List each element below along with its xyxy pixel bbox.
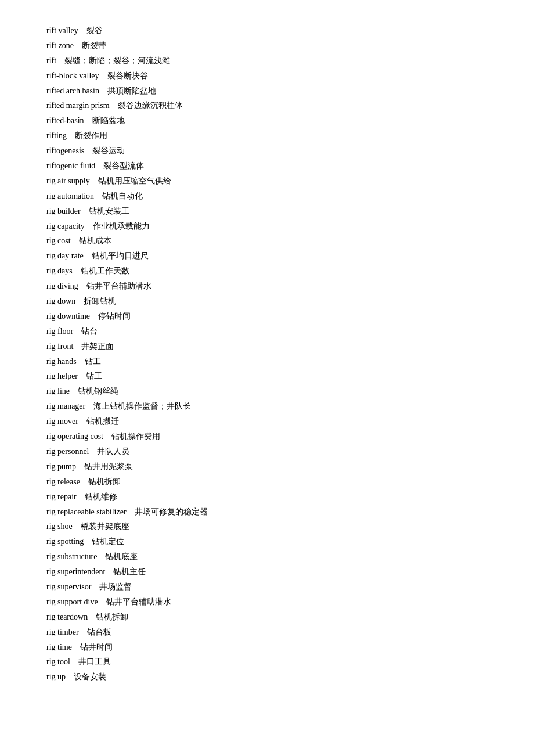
dictionary-content: rift valley 裂谷rift zone 断裂带rift 裂缝；断陷；裂谷… bbox=[46, 23, 488, 685]
list-item: rig supervisor 井场监督 bbox=[46, 579, 488, 595]
list-item: rig automation 钻机自动化 bbox=[46, 189, 488, 204]
list-item: rig personnel 井队人员 bbox=[46, 444, 488, 459]
list-item: rig tool 井口工具 bbox=[46, 654, 488, 669]
list-item: rig replaceable stabilizer 井场可修复的稳定器 bbox=[46, 505, 488, 520]
list-item: rig diving 钻井平台辅助潜水 bbox=[46, 279, 488, 294]
list-item: rig up 设备安装 bbox=[46, 669, 488, 685]
list-item: rig time 钻井时间 bbox=[46, 640, 488, 655]
list-item: rig substructure 钻机底座 bbox=[46, 549, 488, 564]
list-item: rig support dive 钻井平台辅助潜水 bbox=[46, 595, 488, 610]
list-item: rig downtime 停钻时间 bbox=[46, 309, 488, 324]
list-item: rig manager 海上钻机操作监督；井队长 bbox=[46, 399, 488, 414]
list-item: rig front 井架正面 bbox=[46, 339, 488, 354]
list-item: rifting 断裂作用 bbox=[46, 128, 488, 143]
list-item: rig capacity 作业机承载能力 bbox=[46, 219, 488, 234]
list-item: rig floor 钻台 bbox=[46, 324, 488, 339]
list-item: rifted margin prism 裂谷边缘沉积柱体 bbox=[46, 98, 488, 113]
list-item: rig day rate 钻机平均日进尺 bbox=[46, 249, 488, 264]
list-item: rig superintendent 钻机主任 bbox=[46, 564, 488, 579]
list-item: rig pump 钻井用泥浆泵 bbox=[46, 459, 488, 474]
list-item: rig shoe 橇装井架底座 bbox=[46, 519, 488, 534]
list-item: rift valley 裂谷 bbox=[46, 23, 488, 38]
list-item: rig teardown 钻机拆卸 bbox=[46, 610, 488, 625]
list-item: rifted-basin 断陷盆地 bbox=[46, 113, 488, 128]
list-item: rig helper 钻工 bbox=[46, 369, 488, 384]
list-item: rig hands 钻工 bbox=[46, 354, 488, 369]
list-item: rig operating cost 钻机操作费用 bbox=[46, 429, 488, 444]
list-item: riftogenic fluid 裂谷型流体 bbox=[46, 159, 488, 174]
list-item: rifted arch basin 拱顶断陷盆地 bbox=[46, 84, 488, 99]
list-item: rift 裂缝；断陷；裂谷；河流浅滩 bbox=[46, 53, 488, 69]
list-item: rig down 折卸钻机 bbox=[46, 294, 488, 309]
list-item: rig cost 钻机成本 bbox=[46, 233, 488, 249]
list-item: rift zone 断裂带 bbox=[46, 38, 488, 53]
list-item: rig timber 钻台板 bbox=[46, 625, 488, 640]
list-item: rig release 钻机拆卸 bbox=[46, 474, 488, 489]
list-item: rig builder 钻机安装工 bbox=[46, 204, 488, 219]
list-item: rig line 钻机钢丝绳 bbox=[46, 384, 488, 399]
list-item: rig days 钻机工作天数 bbox=[46, 264, 488, 279]
list-item: rig spotting 钻机定位 bbox=[46, 534, 488, 549]
list-item: rift-block valley 裂谷断块谷 bbox=[46, 69, 488, 84]
list-item: rig repair 钻机维修 bbox=[46, 489, 488, 505]
list-item: rig mover 钻机搬迁 bbox=[46, 414, 488, 429]
list-item: rig air supply 钻机用压缩空气供给 bbox=[46, 174, 488, 189]
list-item: riftogenesis 裂谷运动 bbox=[46, 143, 488, 159]
